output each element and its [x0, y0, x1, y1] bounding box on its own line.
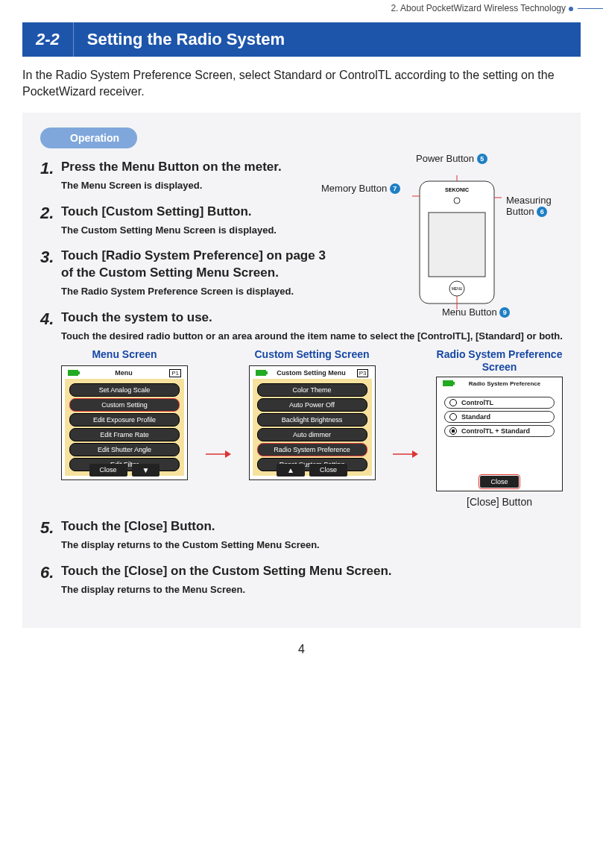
close-button[interactable]: Close [89, 464, 127, 477]
radio-option[interactable]: ControlTL + Standard [444, 425, 555, 437]
list-item[interactable]: Set Analog Scale [69, 383, 180, 397]
header-breadcrumb: 2. About PocketWizard Wireless Technolog… [0, 0, 603, 16]
section-title: Setting the Radio System [74, 22, 581, 57]
radio-option[interactable]: ControlTL [444, 397, 555, 409]
svg-rect-1 [429, 213, 485, 277]
step-6: 6 Touch the [Close] on the Custom Settin… [40, 563, 563, 597]
page-number: 4 [0, 643, 603, 656]
battery-icon [256, 370, 266, 376]
battery-icon [68, 370, 78, 376]
svg-marker-11 [225, 450, 231, 458]
list-item[interactable]: Edit Exposure Profile [69, 413, 180, 427]
list-item[interactable]: Auto dimmer [257, 428, 367, 441]
section-number: 2-2 [22, 22, 74, 57]
screens-row: Menu Screen Menu P1 Set Analog Scale Cus… [61, 348, 563, 508]
list-item[interactable]: Auto Power Off [257, 398, 367, 412]
close-button[interactable]: Close [309, 464, 347, 477]
close-button[interactable]: Close [480, 476, 518, 488]
step-4: 4 Touch the system to use. Touch the des… [40, 309, 563, 508]
radio-pref-screen: Radio System Preference ControlTL Standa… [436, 377, 563, 491]
list-item[interactable]: Edit Frame Rate [69, 428, 180, 441]
up-button[interactable]: ▲ [277, 464, 305, 477]
radio-pref-screen-col: Radio System Preference Screen Radio Sys… [436, 348, 563, 508]
operation-box: Operation Power Button 5 Memory Button 7… [22, 113, 581, 629]
list-item[interactable]: Edit Shutter Angle [69, 443, 180, 456]
list-item[interactable]: Custom Setting [69, 398, 180, 412]
menu-text-icon: MENU [452, 286, 463, 291]
operation-badge: Operation [40, 128, 137, 148]
menu-screen: Menu P1 Set Analog Scale Custom Setting … [61, 365, 188, 480]
custom-setting-screen: Custom Setting Menu P3 Color Theme Auto … [249, 365, 376, 480]
list-item[interactable]: Color Theme [257, 383, 367, 397]
svg-point-3 [454, 198, 460, 204]
arrow-icon [393, 448, 418, 460]
device-icon: MENU SEKONIC [412, 175, 502, 309]
list-item[interactable]: Radio System Preference [257, 443, 367, 456]
list-item[interactable]: Backlight Brightness [257, 413, 367, 427]
menu-screen-col: Menu Screen Menu P1 Set Analog Scale Cus… [61, 348, 188, 480]
close-caption: [Close] Button [436, 496, 563, 508]
battery-icon [443, 380, 453, 386]
intro-text: In the Radio System Preference Screen, s… [22, 67, 581, 101]
section-header: 2-2 Setting the Radio System [22, 22, 581, 57]
device-diagram: Power Button 5 Memory Button 7 Measuring… [330, 156, 561, 320]
custom-setting-screen-col: Custom Setting Screen Custom Setting Men… [249, 348, 376, 480]
down-button[interactable]: ▼ [132, 464, 160, 477]
arrow-icon [206, 448, 231, 460]
memory-button-label: Memory Button 7 [321, 183, 400, 195]
step-5: 5 Touch the [Close] Button. The display … [40, 518, 563, 553]
radio-option[interactable]: Standard [444, 411, 555, 423]
brand-text: SEKONIC [445, 187, 469, 192]
power-button-label: Power Button 5 [416, 153, 487, 165]
svg-marker-13 [412, 450, 418, 458]
measuring-button-label: Measuring Button 6 [506, 195, 552, 218]
